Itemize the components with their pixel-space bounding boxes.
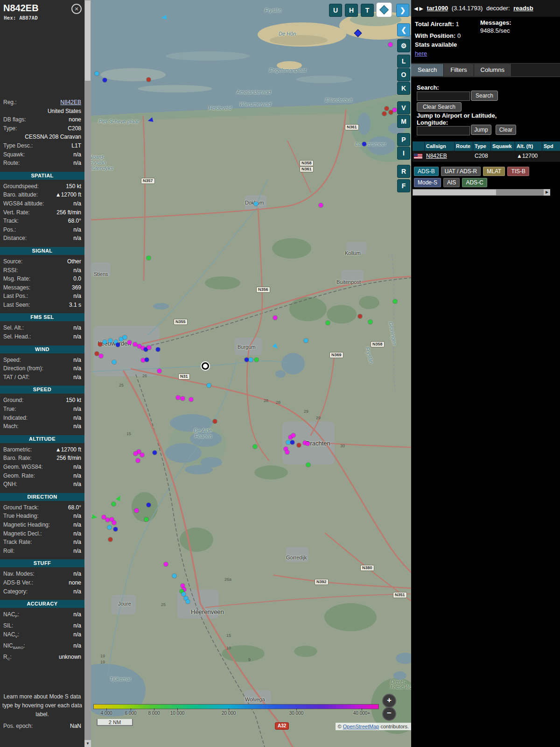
decoder-label: decoder: bbox=[486, 5, 510, 12]
panel-nav-arrows-icon[interactable]: ◀ ▶ bbox=[414, 6, 423, 11]
aircraft-history-dot bbox=[306, 442, 310, 446]
section-header-altitude: ALTITUDE bbox=[0, 435, 84, 443]
map-button-u[interactable]: U bbox=[329, 4, 342, 17]
detail-row: DB flags:none bbox=[0, 115, 84, 124]
detail-label: Sel. Head.: bbox=[3, 332, 31, 341]
close-icon[interactable]: ✕ bbox=[71, 4, 82, 14]
detail-label: Reg.: bbox=[3, 98, 17, 107]
column-header-callsign[interactable]: Callsign bbox=[425, 141, 455, 151]
table-horizontal-scrollbar[interactable]: ▶ bbox=[413, 189, 550, 196]
table-cell[interactable]: N842EB bbox=[425, 151, 455, 161]
filter-ads-c[interactable]: ADS-C bbox=[462, 178, 487, 187]
search-button[interactable]: Search bbox=[471, 91, 498, 101]
detail-value: n/a bbox=[43, 463, 81, 472]
filter-uat-ads-r[interactable]: UAT / ADS-R bbox=[441, 167, 481, 176]
detail-label: Sel. Alt.: bbox=[3, 324, 24, 332]
layers-control[interactable] bbox=[376, 2, 392, 17]
left-panel-scrollbar[interactable]: ▼ bbox=[84, 0, 91, 747]
jump-clear-button[interactable]: Clear bbox=[496, 125, 516, 135]
tab-filters[interactable]: Filters bbox=[444, 64, 474, 76]
table-row[interactable]: N842EBC208▲12700 bbox=[413, 151, 560, 162]
column-header-route[interactable]: Route bbox=[455, 141, 473, 151]
column-header-alt-ft-[interactable]: Alt. (ft) bbox=[515, 141, 542, 151]
map-button-t[interactable]: T bbox=[361, 4, 374, 17]
app-header: ◀ ▶ tar1090 (3.14.1793) decoder: readsb bbox=[411, 0, 560, 17]
detail-row: Sel. Head.:n/a bbox=[0, 332, 84, 341]
detail-value: 3.1 s bbox=[30, 301, 81, 310]
tar1090-link[interactable]: tar1090 bbox=[427, 5, 448, 12]
detail-row: Type Desc.:L1T bbox=[0, 141, 84, 150]
detail-label: Source: bbox=[3, 257, 22, 266]
zoom-out-button[interactable]: − bbox=[382, 707, 396, 721]
aircraft-history-dot bbox=[164, 562, 168, 566]
detail-value: n/a bbox=[19, 610, 81, 621]
filter-ais[interactable]: AIS bbox=[443, 178, 460, 187]
detail-row: Nav. Modes:n/a bbox=[0, 570, 84, 578]
map-label: Tjûkemar bbox=[110, 676, 131, 682]
filter-tis-b[interactable]: TIS-B bbox=[507, 167, 529, 176]
detail-label: Geom. Rate: bbox=[3, 472, 35, 480]
filter-mode-s[interactable]: Mode-S bbox=[414, 178, 441, 187]
scrollbar-thumb[interactable] bbox=[85, 0, 91, 81]
hscrollbar-right-arrow-icon[interactable]: ▶ bbox=[544, 189, 550, 196]
map-button-p[interactable]: P bbox=[397, 133, 410, 146]
jump-button[interactable]: Jump bbox=[471, 125, 491, 135]
aircraft-history-dot bbox=[213, 419, 217, 423]
detail-label: True Heading: bbox=[3, 512, 39, 521]
filter-ads-b[interactable]: ADS-B bbox=[414, 167, 439, 176]
map-button-m[interactable]: M bbox=[397, 115, 410, 128]
readsb-link[interactable]: readsb bbox=[513, 5, 533, 12]
with-position-label: With Position: bbox=[415, 32, 455, 39]
column-header-type[interactable]: Type bbox=[473, 141, 491, 151]
map-button-k[interactable]: K bbox=[397, 82, 410, 95]
map-button-r[interactable]: R bbox=[397, 165, 410, 178]
detail-row: Groundspeed:150 kt bbox=[0, 182, 84, 191]
filter-row: ADS-BUAT / ADS-RMLATTIS-B bbox=[414, 167, 532, 176]
detail-row: RSSI:n/a bbox=[0, 266, 84, 275]
detail-label: Ground Track: bbox=[3, 503, 39, 512]
aircraft-history-dot bbox=[392, 108, 397, 112]
total-aircraft-label: Total Aircraft: bbox=[415, 21, 454, 28]
detail-value: n/a bbox=[29, 373, 81, 382]
tab-search[interactable]: Search bbox=[411, 64, 444, 76]
map-button-v[interactable]: V bbox=[397, 101, 410, 114]
detail-label: Track: bbox=[3, 217, 19, 226]
stats-here-link[interactable]: here bbox=[415, 50, 427, 57]
map-button-i[interactable]: I bbox=[397, 147, 410, 160]
zoom-in-button[interactable]: + bbox=[382, 694, 396, 708]
detail-value: n/a bbox=[44, 199, 81, 208]
map-label: 26 bbox=[142, 374, 147, 378]
map-canvas[interactable]: FryslânDe HônEngelsmanplaatAmelanderwadW… bbox=[91, 0, 411, 747]
scrollbar-down-arrow-icon[interactable]: ▼ bbox=[84, 740, 91, 747]
legend-tick-label: 20 000 bbox=[222, 711, 236, 716]
collapse-panel-button[interactable]: ❮ bbox=[397, 23, 410, 36]
jump-input[interactable] bbox=[417, 126, 470, 135]
aircraft-history-dot bbox=[245, 358, 249, 362]
reg-link[interactable]: N842EB bbox=[17, 98, 81, 107]
clear-search-button[interactable]: Clear Search bbox=[417, 102, 462, 112]
column-header-squawk[interactable]: Squawk bbox=[491, 141, 515, 151]
aircraft-history-dot bbox=[108, 537, 112, 542]
column-header-spd[interactable]: Spd bbox=[542, 141, 560, 151]
settings-gear-icon[interactable]: ⚙ bbox=[397, 39, 410, 52]
detail-label: Messages: bbox=[3, 283, 30, 292]
map-button-f[interactable]: F bbox=[397, 179, 410, 192]
aircraft-history-dot bbox=[253, 444, 257, 449]
aircraft-history-dot bbox=[98, 342, 102, 346]
detail-value: n/a bbox=[21, 356, 81, 365]
tab-columns[interactable]: Columns bbox=[474, 64, 511, 76]
hscrollbar-thumb[interactable] bbox=[413, 190, 496, 195]
map-label: Gorredijk bbox=[286, 555, 307, 560]
column-header-flag[interactable] bbox=[413, 141, 425, 151]
search-label: Search: bbox=[417, 84, 439, 91]
detail-row: Squawk:n/a bbox=[0, 150, 84, 159]
road-badge: N392 bbox=[315, 579, 329, 585]
detail-value: n/a bbox=[42, 529, 81, 538]
search-input[interactable] bbox=[417, 92, 470, 101]
expand-panel-button[interactable]: ❯ bbox=[396, 4, 409, 17]
openstreetmap-link[interactable]: OpenStreetMap bbox=[343, 724, 379, 729]
map-button-l[interactable]: L bbox=[397, 55, 410, 68]
map-button-o[interactable]: O bbox=[397, 68, 410, 81]
map-button-h[interactable]: H bbox=[345, 4, 358, 17]
filter-mlat[interactable]: MLAT bbox=[483, 167, 505, 176]
